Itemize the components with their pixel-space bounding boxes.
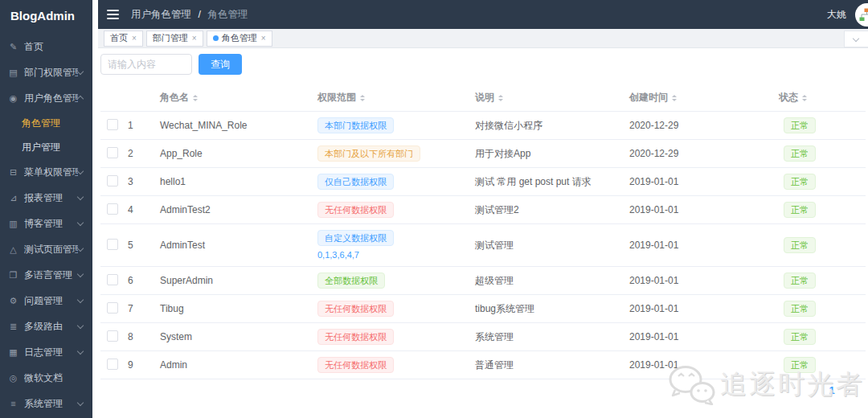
- scope-tag: 全部数据权限: [317, 273, 385, 289]
- menu-tree-icon: ⊟: [7, 167, 19, 178]
- scope-tag: 无任何数据权限: [317, 329, 394, 345]
- sidebar-item-system[interactable]: ≡系统管理: [0, 391, 92, 416]
- sidebar-item-question[interactable]: ⚙问题管理: [0, 288, 92, 314]
- row-index: 3: [125, 168, 160, 196]
- sidebar-item-test-page[interactable]: △测试页面管理: [0, 236, 92, 262]
- row-checkbox[interactable]: [107, 239, 118, 250]
- row-checkbox[interactable]: [107, 147, 118, 158]
- status-tag: 正常: [784, 301, 816, 317]
- role-name: App_Role: [160, 140, 317, 168]
- sidebar-item-home[interactable]: ✎首页: [0, 34, 92, 59]
- tab-home[interactable]: 首页×: [104, 31, 143, 47]
- tab-label: 角色管理: [222, 32, 257, 44]
- chevron-up-icon: [77, 96, 84, 102]
- test-flask-icon: △: [7, 244, 19, 255]
- column-header-3[interactable]: 创建时间: [629, 83, 779, 112]
- row-index: 6: [125, 267, 160, 295]
- chevron-down-icon: [77, 194, 84, 200]
- app-window: BlogAdmin ✎首页▤部门权限管理◉用户角色管理角色管理用户管理⊟菜单权限…: [0, 0, 868, 418]
- sidebar-item-user-role[interactable]: ◉用户角色管理: [0, 85, 92, 111]
- column-header-0[interactable]: 角色名: [160, 83, 317, 112]
- sidebar-item-label: 问题管理: [24, 294, 78, 308]
- header-index-cell: [125, 83, 160, 112]
- role-description: 普通管理: [475, 351, 629, 379]
- row-checkbox[interactable]: [107, 274, 118, 285]
- table-row: 5AdminTest自定义数据权限0,1,3,6,4,7测试管理2019-01-…: [100, 224, 866, 267]
- sidebar-item-dept-permission[interactable]: ▤部门权限管理: [0, 59, 92, 85]
- sidebar-item-label: 日志管理: [24, 346, 78, 359]
- sidebar-item-report[interactable]: ⊿报表管理: [0, 185, 92, 211]
- scope-custom-ids[interactable]: 0,1,3,6,4,7: [317, 249, 475, 260]
- log-icon: ▦: [7, 347, 19, 358]
- sidebar-item-menu-permission[interactable]: ⊟菜单权限管理: [0, 159, 92, 185]
- tab-label: 部门管理: [153, 32, 188, 44]
- status-tag: 正常: [784, 357, 816, 373]
- created-time: 2019-01-01: [629, 196, 779, 224]
- sidebar-item-multi-language[interactable]: ❐多语言管理: [0, 262, 92, 288]
- chevron-down-icon: [77, 348, 84, 354]
- row-index: 2: [125, 140, 160, 168]
- row-checkbox[interactable]: [107, 119, 118, 130]
- scope-tag: 无任何数据权限: [317, 301, 394, 317]
- org-chart-icon: [859, 8, 868, 22]
- created-time: 2019-01-01: [629, 224, 779, 267]
- roles-table: 角色名权限范围说明创建时间状态 1Wechat_MINA_Role本部门数据权限…: [100, 83, 866, 379]
- scope-tag: 自定义数据权限: [317, 230, 394, 246]
- row-checkbox[interactable]: [107, 330, 118, 342]
- prev-page-icon[interactable]: ‹: [809, 384, 821, 396]
- hamburger-icon[interactable]: [107, 7, 119, 22]
- chevron-down-icon: [77, 219, 84, 226]
- sort-caret-icon[interactable]: [498, 95, 503, 101]
- sidebar-item-log[interactable]: ▦日志管理: [0, 339, 92, 365]
- sidebar-item-blog[interactable]: ▥博客管理: [0, 211, 92, 236]
- query-button[interactable]: 查询: [199, 54, 242, 75]
- role-description: tibug系统管理: [475, 295, 629, 323]
- column-header-2[interactable]: 说明: [475, 83, 629, 112]
- scope-tag: 仅自己数据权限: [317, 174, 394, 190]
- chevron-down-icon: [77, 297, 84, 303]
- created-time: 2020-12-29: [629, 112, 779, 140]
- close-icon[interactable]: ×: [132, 34, 137, 43]
- close-icon[interactable]: ×: [261, 34, 266, 43]
- role-description: 测试管理: [475, 224, 629, 267]
- blog-icon: ▥: [7, 219, 19, 229]
- row-checkbox[interactable]: [107, 203, 118, 215]
- row-checkbox[interactable]: [107, 175, 118, 186]
- sidebar-subitem-role-manage[interactable]: 角色管理: [0, 111, 92, 135]
- chevron-down-icon: [77, 68, 84, 75]
- sort-caret-icon[interactable]: [802, 95, 807, 101]
- search-input[interactable]: [100, 54, 192, 75]
- row-checkbox[interactable]: [107, 302, 118, 314]
- breadcrumb: 用户角色管理 / 角色管理: [131, 8, 248, 22]
- column-header-4[interactable]: 状态: [779, 83, 866, 112]
- breadcrumb-parent[interactable]: 用户角色管理: [131, 9, 191, 20]
- tab-role-manage[interactable]: 角色管理×: [207, 31, 272, 47]
- tab-dept-manage[interactable]: 部门管理×: [146, 31, 203, 47]
- sort-caret-icon[interactable]: [193, 95, 198, 101]
- sidebar-item-ms-docs[interactable]: ◎微软文档: [0, 365, 92, 391]
- column-header-1[interactable]: 权限范围: [317, 83, 475, 112]
- chevron-down-icon: [77, 322, 84, 329]
- row-checkbox[interactable]: [107, 359, 118, 370]
- scope-tag: 无任何数据权限: [317, 357, 394, 373]
- pagination: ‹ 1 ›: [98, 384, 868, 396]
- username-label[interactable]: 大姚: [827, 0, 846, 29]
- next-page-icon[interactable]: ›: [842, 384, 855, 396]
- role-name: System: [160, 323, 317, 351]
- role-description: 系统管理: [475, 323, 629, 351]
- sort-caret-icon[interactable]: [360, 95, 365, 101]
- sidebar-item-label: 测试页面管理: [24, 243, 78, 256]
- close-icon[interactable]: ×: [192, 34, 197, 43]
- sidebar-subitem-user-manage[interactable]: 用户管理: [0, 135, 92, 159]
- avatar[interactable]: [855, 3, 868, 27]
- sidebar-item-multi-level-route[interactable]: ≣多级路由: [0, 314, 92, 339]
- row-index: 8: [125, 323, 160, 351]
- table-row: 9Admin无任何数据权限普通管理2019-01-01正常: [100, 351, 866, 379]
- created-time: 2019-01-01: [629, 168, 779, 196]
- sort-caret-icon[interactable]: [672, 95, 677, 101]
- tabs-dropdown-button[interactable]: [844, 31, 868, 47]
- scope-tag: 本部门及以下所有部门: [317, 145, 420, 162]
- page-number[interactable]: 1: [821, 384, 841, 396]
- scope-tag: 本部门数据权限: [317, 117, 394, 133]
- chart-icon: ⊿: [7, 193, 19, 203]
